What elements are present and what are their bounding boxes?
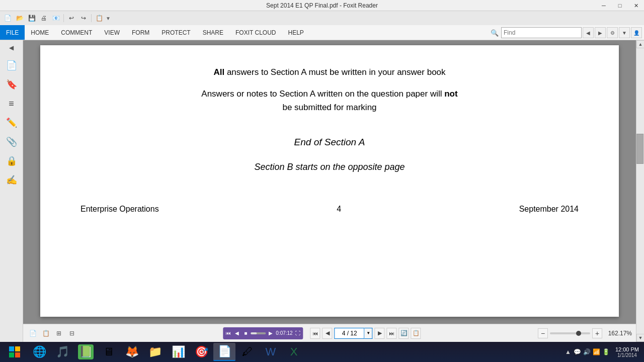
scroll-track[interactable]	[636, 48, 644, 334]
menu-bar-container: FILE HOME COMMENT VIEW FORM PROTECT SHAR…	[0, 25, 644, 40]
taskbar-explorer[interactable]: 📁	[144, 343, 166, 361]
qa-undo-btn[interactable]: ↩	[66, 13, 77, 24]
menu-view[interactable]: VIEW	[98, 25, 126, 40]
nav-prev-btn[interactable]: ◀	[323, 328, 333, 339]
media-player-area: ⏮ ◀ ■ ▶ 0:07:12 ⛶ ⏮ ◀ ▼	[223, 327, 421, 339]
taskbar-ie[interactable]: 🌐	[28, 343, 50, 361]
close-button[interactable]: ✕	[628, 0, 644, 11]
layout-continuous-btn[interactable]: ⊞	[53, 328, 64, 339]
start-button[interactable]	[2, 343, 27, 361]
tray-volume-icon[interactable]: 🔊	[583, 348, 591, 356]
pdf-footer-center: 4	[337, 205, 341, 214]
sidebar-tool-annotate[interactable]: ✏️	[3, 114, 21, 132]
tray-battery-icon[interactable]: 🔋	[602, 348, 610, 356]
scroll-down-btn[interactable]: ▼	[636, 334, 644, 342]
menu-comment[interactable]: COMMENT	[55, 25, 98, 40]
qa-separator-1	[63, 14, 64, 22]
sidebar-tool-attach[interactable]: 📎	[3, 133, 21, 151]
taskbar-app3[interactable]: 📗	[74, 343, 97, 361]
find-input[interactable]	[501, 27, 582, 38]
media-play-btn[interactable]: ▶	[267, 330, 274, 337]
nav-next-btn[interactable]: ▶	[375, 328, 385, 339]
qa-separator-2	[91, 14, 92, 22]
menu-share[interactable]: SHARE	[197, 25, 229, 40]
qa-save-btn[interactable]: 💾	[26, 13, 37, 24]
sidebar-tool-bookmark[interactable]: 🔖	[3, 75, 21, 94]
page-input[interactable]	[335, 328, 365, 339]
sidebar-toggle[interactable]: ◀	[6, 42, 17, 53]
qa-print-btn[interactable]: 🖨	[38, 13, 49, 24]
sidebar-tool-layers[interactable]: ≡	[3, 95, 21, 113]
find-search-icon: 🔍	[489, 27, 500, 38]
main-layout: ◀ 📄 🔖 ≡ ✏️ 📎 🔒 ✍️ All answers to Section…	[0, 40, 644, 342]
pdf-page: All answers to Section A must be written…	[40, 45, 619, 317]
nav-extra-btn[interactable]: 📋	[411, 328, 421, 339]
sidebar-tool-page[interactable]: 📄	[3, 56, 21, 74]
tray-network-icon[interactable]: 📶	[593, 348, 601, 356]
media-progress-bar[interactable]	[251, 332, 266, 334]
left-status: 📄 📋 ⊞ ⊟	[27, 328, 77, 339]
tray-expand-btn[interactable]: ▲	[564, 348, 572, 356]
find-options-btn[interactable]: ⚙	[607, 27, 618, 38]
tray-chat-icon[interactable]: 💬	[574, 348, 582, 356]
media-prev-btn[interactable]: ◀	[233, 330, 240, 337]
taskbar-app10[interactable]: 🖊	[236, 343, 259, 361]
menu-foxit-cloud[interactable]: FOXIT CLOUD	[229, 25, 282, 40]
menu-form[interactable]: FORM	[126, 25, 155, 40]
quick-access-toolbar: 📄 📂 💾 🖨 📧 ↩ ↪ 📋 ▼	[0, 11, 644, 25]
scroll-up-btn[interactable]: ▲	[636, 40, 644, 48]
time-display[interactable]: 12:00 PM 1/1/2014	[612, 345, 642, 359]
qa-email-btn[interactable]: 📧	[50, 13, 61, 24]
page-dropdown[interactable]: ▼	[365, 328, 373, 339]
title-bar-controls: ─ □ ✕	[596, 0, 644, 11]
media-fullscreen-btn[interactable]: ⛶	[294, 330, 301, 337]
layout-split-btn[interactable]: ⊟	[66, 328, 77, 339]
menu-protect[interactable]: PROTECT	[155, 25, 196, 40]
qa-extra-btn[interactable]: 📋	[94, 13, 105, 24]
qa-redo-btn[interactable]: ↪	[78, 13, 89, 24]
find-user-btn[interactable]: 👤	[631, 27, 642, 38]
taskbar: 🌐 🎵 📗 🖥 🦊 📁 📊 🎯 📄 🖊 W X ▲ 💬 🔊 📶 🔋	[0, 342, 644, 362]
scroll-thumb[interactable]	[636, 134, 643, 164]
right-scrollbar[interactable]: ▲ ▼	[636, 40, 644, 342]
nav-first-btn[interactable]: ⏮	[310, 328, 320, 339]
taskbar-media[interactable]: 🎵	[51, 343, 73, 361]
sidebar-tool-sign[interactable]: ✍️	[3, 171, 21, 189]
qa-file-btn[interactable]: 📄	[2, 13, 13, 24]
maximize-button[interactable]: □	[612, 0, 628, 11]
find-close-btn[interactable]: ▼	[619, 27, 630, 38]
menu-file[interactable]: FILE	[0, 25, 25, 40]
layout-single-btn[interactable]: 📄	[27, 328, 38, 339]
sidebar-tool-security[interactable]: 🔒	[3, 152, 21, 170]
taskbar-excel[interactable]: X	[283, 343, 305, 361]
clock-time: 12:00 PM	[615, 346, 639, 352]
layout-facing-btn[interactable]: 📋	[40, 328, 51, 339]
qa-open-btn[interactable]: 📂	[14, 13, 25, 24]
menu-home[interactable]: HOME	[25, 25, 55, 40]
zoom-out-btn[interactable]: −	[538, 328, 548, 338]
nav-loop-btn[interactable]: 🔄	[399, 328, 409, 339]
content-area: All answers to Section A must be written…	[23, 40, 636, 342]
zoom-slider-thumb[interactable]	[576, 331, 581, 336]
taskbar-pdf[interactable]: 📄	[213, 343, 235, 361]
media-rewind-btn[interactable]: ⏮	[225, 330, 232, 337]
menu-help[interactable]: HELP	[282, 25, 310, 40]
minimize-button[interactable]: ─	[596, 0, 612, 11]
media-stop-btn[interactable]: ■	[242, 330, 249, 337]
pdf-container[interactable]: All answers to Section A must be written…	[23, 40, 636, 324]
find-next-btn[interactable]: ▶	[595, 27, 606, 38]
find-prev-btn[interactable]: ◀	[583, 27, 594, 38]
taskbar-app8[interactable]: 🎯	[190, 343, 212, 361]
taskbar-store[interactable]: 📊	[167, 343, 189, 361]
pdf-section-b: Section B starts on the opposite page	[80, 160, 579, 174]
qa-customize-btn[interactable]: ▼	[106, 16, 111, 21]
taskbar-firefox[interactable]: 🦊	[121, 343, 143, 361]
taskbar-word[interactable]: W	[260, 343, 282, 361]
pdf-footer-right: September 2014	[519, 205, 579, 214]
zoom-slider[interactable]	[550, 332, 590, 334]
nav-last-btn[interactable]: ⏭	[387, 328, 397, 339]
taskbar-app4[interactable]: 🖥	[98, 343, 120, 361]
clock-date: 1/1/2014	[615, 352, 639, 358]
svg-rect-3	[15, 352, 20, 357]
zoom-in-btn[interactable]: +	[592, 328, 602, 338]
